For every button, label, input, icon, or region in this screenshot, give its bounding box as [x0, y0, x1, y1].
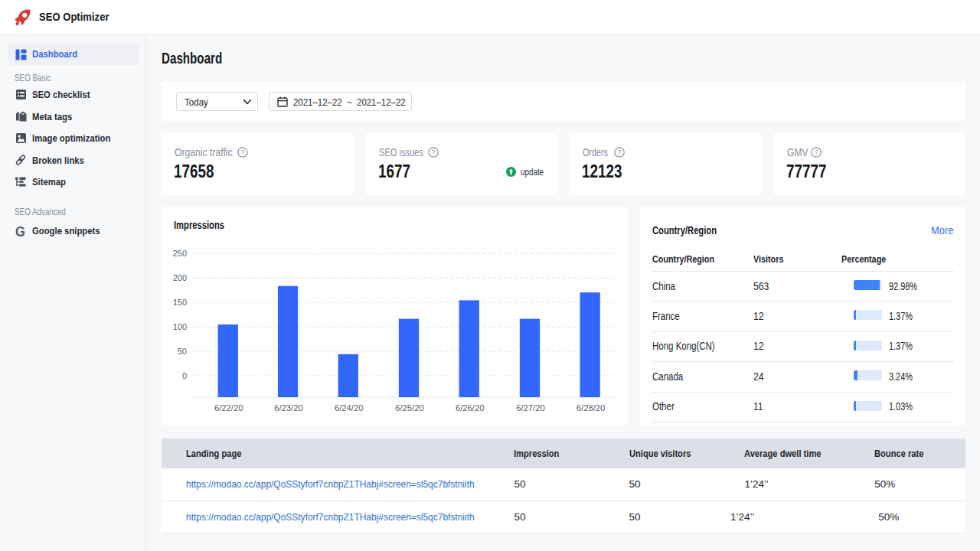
svg-text:0: 0: [182, 371, 187, 380]
svg-text:150: 150: [173, 298, 187, 307]
svg-text:100: 100: [173, 322, 187, 331]
svg-text:200: 200: [173, 273, 187, 282]
svg-text:6/22/20: 6/22/20: [214, 403, 243, 412]
svg-text:?: ?: [431, 148, 435, 156]
svg-text:6/28/20: 6/28/20: [577, 403, 606, 412]
svg-text:6/23/20: 6/23/20: [274, 403, 303, 412]
svg-text:?: ?: [240, 148, 244, 156]
svg-text:6/26/20: 6/26/20: [456, 403, 485, 412]
svg-text:6/27/20: 6/27/20: [516, 403, 545, 412]
svg-text:250: 250: [173, 249, 187, 258]
svg-text:6/24/20: 6/24/20: [335, 403, 364, 412]
svg-text:?: ?: [617, 148, 621, 156]
svg-text:?: ?: [814, 148, 818, 156]
svg-text:50: 50: [178, 347, 187, 356]
svg-text:6/25/20: 6/25/20: [395, 403, 424, 412]
